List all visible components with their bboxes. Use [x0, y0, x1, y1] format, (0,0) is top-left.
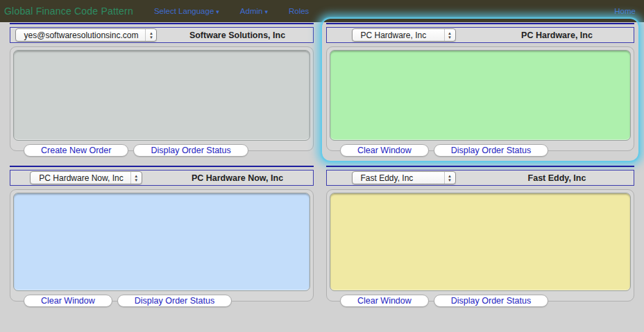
panel-footer: Clear Window Display Order Status	[326, 144, 634, 157]
order-output-area[interactable]	[330, 193, 631, 291]
company-label: PC Hardware, Inc	[521, 30, 593, 40]
panel-top-border	[10, 166, 314, 167]
company-label: Fast Eddy, Inc	[528, 173, 586, 183]
display-order-status-button[interactable]: Display Order Status	[434, 144, 548, 157]
company-label: PC Hardware Now, Inc	[192, 173, 283, 183]
panel-top-border	[10, 23, 314, 24]
customer-select[interactable]: PC Hardware Now, Inc ▲▼	[30, 171, 142, 184]
order-output-area[interactable]	[13, 193, 310, 291]
customer-select-value: PC Hardware Now, Inc	[31, 172, 130, 184]
customer-select[interactable]: yes@softwaresolutionsinc.com ▲▼	[15, 28, 158, 42]
clear-window-button[interactable]: Clear Window	[24, 295, 112, 307]
nav-item-admin[interactable]: Admin▾	[240, 7, 268, 15]
select-stepper-icon: ▲▼	[444, 29, 455, 41]
nav-menu: Select Language▾ Admin▾ Roles	[154, 7, 309, 15]
panel-footer: Clear Window Display Order Status	[10, 295, 314, 307]
display-order-status-button[interactable]: Display Order Status	[133, 144, 248, 157]
clear-window-button[interactable]: Clear Window	[340, 295, 429, 307]
caret-down-icon: ▾	[216, 8, 219, 15]
order-panels-grid: yes@softwaresolutionsinc.com ▲▼ Software…	[0, 22, 644, 307]
customer-select-value: yes@softwaresolutionsinc.com	[16, 29, 146, 41]
clear-window-button[interactable]: Clear Window	[340, 144, 429, 157]
panel-header: PC Hardware, Inc ▲▼ PC Hardware, Inc	[326, 27, 634, 43]
nav-item-home[interactable]: Home	[614, 7, 636, 15]
customer-select[interactable]: Fast Eddy, Inc ▲▼	[352, 171, 456, 184]
nav-item-roles[interactable]: Roles	[289, 7, 309, 15]
panel-body	[10, 46, 314, 151]
customer-select-value: Fast Eddy, Inc	[353, 172, 444, 184]
customer-select[interactable]: PC Hardware, Inc ▲▼	[352, 28, 456, 42]
panel-footer: Clear Window Display Order Status	[326, 295, 634, 307]
display-order-status-button[interactable]: Display Order Status	[434, 295, 548, 307]
app-title: Global Finance Code Pattern	[4, 6, 133, 17]
panel-header: PC Hardware Now, Inc ▲▼ PC Hardware Now,…	[10, 170, 314, 186]
company-label: Software Solutions, Inc	[189, 30, 285, 40]
panel-header: Fast Eddy, Inc ▲▼ Fast Eddy, Inc	[326, 170, 634, 186]
nav-item-select-language[interactable]: Select Language▾	[154, 7, 219, 15]
panel-header: yes@softwaresolutionsinc.com ▲▼ Software…	[10, 27, 314, 43]
order-output-area[interactable]	[330, 50, 631, 141]
caret-down-icon: ▾	[264, 8, 268, 15]
order-output-area[interactable]	[13, 50, 310, 141]
panel-top-border	[326, 166, 634, 167]
customer-select-value: PC Hardware, Inc	[353, 29, 444, 41]
panel-top-border	[326, 23, 634, 24]
order-panel-pc-hardware: PC Hardware, Inc ▲▼ PC Hardware, Inc Cle…	[326, 23, 634, 157]
order-panel-fast-eddy: Fast Eddy, Inc ▲▼ Fast Eddy, Inc Clear W…	[326, 166, 634, 307]
display-order-status-button[interactable]: Display Order Status	[117, 295, 232, 307]
create-new-order-button[interactable]: Create New Order	[24, 144, 128, 157]
order-panel-pc-hardware-now: PC Hardware Now, Inc ▲▼ PC Hardware Now,…	[10, 166, 314, 307]
select-stepper-icon: ▲▼	[130, 172, 142, 184]
panel-footer: Create New Order Display Order Status	[10, 144, 314, 157]
select-stepper-icon: ▲▼	[444, 172, 455, 184]
panel-body	[326, 46, 634, 151]
order-panel-software-solutions: yes@softwaresolutionsinc.com ▲▼ Software…	[10, 23, 314, 157]
panel-body	[10, 189, 314, 302]
highlight-glow-ring: PC Hardware, Inc ▲▼ PC Hardware, Inc Cle…	[322, 19, 638, 161]
select-stepper-icon: ▲▼	[145, 29, 156, 41]
panel-body	[326, 189, 634, 302]
